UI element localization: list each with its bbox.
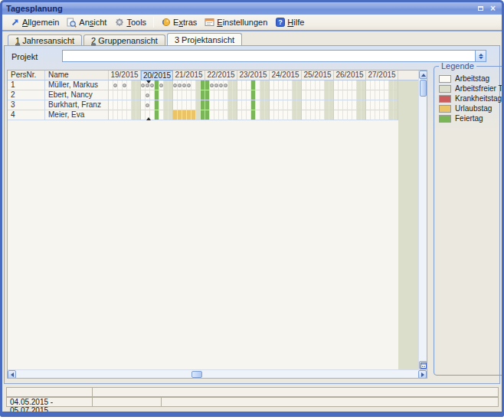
assignment-dot (178, 84, 182, 87)
menu-item-einstellungen[interactable]: Einstellungen (201, 16, 271, 29)
status-cell-empty (93, 398, 162, 406)
horizontal-scrollbar[interactable] (8, 369, 427, 378)
week-24-2015 (270, 100, 302, 110)
tab-page-projektansicht: Projekt PersNr. Name 19/201520/201521/20… (4, 45, 500, 384)
week-header[interactable]: 25/2015 (302, 71, 334, 80)
week-header[interactable]: 24/2015 (270, 71, 302, 80)
assignment-dot (210, 84, 214, 87)
arrow-ne-icon (10, 18, 20, 28)
menu-item-hilfe[interactable]: ?Hilfe (271, 16, 308, 29)
row-number-cell[interactable]: 1 (8, 80, 45, 90)
magnifier-icon (67, 18, 77, 28)
chevron-up-icon (479, 54, 483, 56)
project-combobox[interactable] (62, 50, 486, 62)
column-header-name[interactable]: Name (45, 71, 109, 80)
tab-projektansicht[interactable]: 3 Projektansicht (167, 33, 242, 45)
grid-row: 1Müller, Markus (8, 80, 427, 90)
week-27-2015 (366, 110, 398, 120)
week-21-2015 (173, 80, 205, 90)
scroll-up-button[interactable] (419, 71, 427, 79)
row-name-cell[interactable]: Müller, Markus (45, 80, 109, 90)
calendar-icon (421, 363, 427, 369)
close-icon: × (490, 5, 496, 12)
vertical-scrollbar[interactable] (418, 71, 427, 369)
assignment-dot (146, 84, 149, 87)
menu-item-ansicht[interactable]: Ansicht (63, 16, 110, 29)
goto-date-button[interactable] (419, 361, 427, 369)
menu-item-extras[interactable]: Extras (157, 16, 201, 29)
vertical-scroll-thumb[interactable] (420, 80, 427, 97)
week-22-2015 (205, 100, 237, 110)
close-button[interactable]: × (488, 4, 498, 13)
grid-row: 2Ebert, Nancy (8, 90, 427, 100)
assignment-dot (113, 84, 117, 87)
menu-item-tools[interactable]: Tools (110, 16, 150, 29)
row-number-cell[interactable]: 2 (8, 90, 45, 100)
week-19-2015 (109, 90, 141, 100)
week-21-2015 (173, 90, 205, 100)
week-header[interactable]: 19/2015 (109, 71, 141, 80)
week-header[interactable]: 22/2015 (205, 71, 237, 80)
week-20-2015 (141, 90, 173, 100)
assignment-dot (214, 84, 218, 87)
week-26-2015 (334, 100, 366, 110)
row-number-cell[interactable]: 4 (8, 110, 45, 120)
week-header[interactable]: 21/2015 (173, 71, 205, 80)
restore-button[interactable] (476, 4, 486, 13)
tab-strip: 1 Jahresansicht2 Gruppenansicht3 Projekt… (8, 33, 244, 45)
week-25-2015 (302, 100, 334, 110)
combobox-dropdown-button[interactable] (475, 51, 486, 61)
header-filler (398, 71, 418, 80)
week-header[interactable]: 26/2015 (334, 71, 366, 80)
menu-divider (2, 30, 502, 31)
assignment-dot (123, 84, 126, 87)
selection-marker-top (146, 80, 151, 84)
menu-item-label: Extras (173, 18, 197, 27)
menu-item-label: Hilfe (287, 18, 304, 27)
status-bar-bottom: 04.05.2015 - 05.07.2015 (6, 397, 499, 407)
week-headers: 19/201520/201521/201522/201523/201524/20… (109, 71, 398, 80)
column-header-persnr[interactable]: PersNr. (8, 71, 45, 80)
row-name-cell[interactable]: Burkhart, Franz (45, 100, 109, 110)
week-header[interactable]: 23/2015 (237, 71, 270, 80)
tab-gruppenansicht[interactable]: 2 Gruppenansicht (83, 34, 165, 45)
week-24-2015 (270, 90, 302, 100)
row-day-cells (109, 100, 398, 110)
week-23-2015 (237, 90, 270, 100)
week-header[interactable]: 20/2015 (141, 71, 173, 80)
horizontal-scroll-thumb[interactable] (191, 371, 202, 378)
assignment-dot (219, 84, 223, 87)
menu-item-label: Tools (126, 18, 146, 27)
selection-marker-bottom (146, 117, 151, 120)
row-name-cell[interactable]: Meier, Eva (45, 110, 109, 120)
scroll-right-button[interactable] (418, 370, 427, 379)
legend-item: Feiertag (439, 113, 504, 123)
week-26-2015 (334, 80, 366, 90)
assignment-dot (141, 84, 145, 87)
status-cell-empty (7, 388, 93, 396)
schedule-grid: PersNr. Name 19/201520/201521/201522/201… (7, 70, 427, 379)
window-title: Tagesplanung (6, 4, 473, 13)
week-27-2015 (366, 90, 398, 100)
title-bar[interactable]: Tagesplanung × (2, 2, 502, 15)
menu-item-allgemein[interactable]: Allgemein (6, 16, 63, 29)
tab-jahresansicht[interactable]: 1 Jahresansicht (8, 34, 82, 45)
row-name-cell[interactable]: Ebert, Nancy (45, 90, 109, 100)
legend-label: Krankheitstag (455, 94, 502, 103)
grid-empty-area (8, 120, 418, 369)
settings-window-icon (205, 18, 214, 28)
row-number-cell[interactable]: 3 (8, 100, 45, 110)
chevron-down-icon (479, 57, 483, 59)
scroll-right-icon (421, 372, 424, 377)
legend-swatch-arbeitsfreier-tag (439, 85, 451, 93)
legend-swatch-arbeitstag (439, 75, 451, 83)
assignment-dot (146, 94, 149, 97)
week-header[interactable]: 27/2015 (366, 71, 398, 80)
week-19-2015 (109, 110, 141, 120)
scroll-left-button[interactable] (8, 370, 16, 379)
project-combobox-value[interactable] (63, 51, 475, 61)
grid-row: 3Burkhart, Franz (8, 100, 427, 110)
legend-label: Feiertag (455, 114, 483, 123)
legend-item: Arbeitsfreier Tag (439, 84, 504, 94)
week-27-2015 (366, 100, 398, 110)
